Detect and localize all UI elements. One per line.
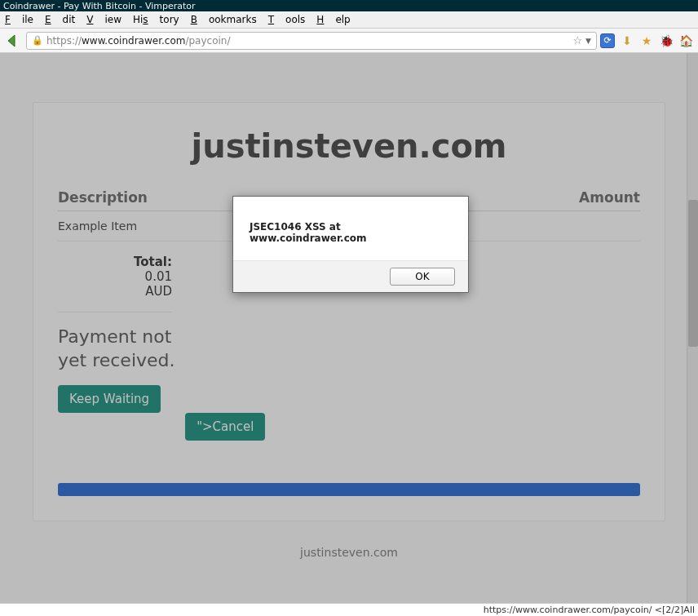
url-dropdown-icon[interactable]: ▼ — [585, 37, 591, 45]
status-text: https://www.coindrawer.com/paycoin/ <[2/… — [484, 605, 695, 615]
menu-history[interactable]: History — [133, 14, 179, 25]
menu-file[interactable]: File — [5, 14, 33, 25]
lock-icon: 🔒 — [32, 35, 43, 46]
alert-ok-button[interactable]: OK — [390, 268, 455, 286]
back-icon[interactable] — [5, 33, 21, 49]
reload-icon[interactable]: ⟳ — [600, 33, 615, 48]
url-host: www.coindrawer.com — [82, 35, 185, 47]
menu-bar: File Edit View History Bookmarks Tools H… — [0, 11, 698, 29]
viewport: justinsteven.com Description Amount Exam… — [0, 53, 698, 603]
window-title: Coindrawer - Pay With Bitcoin - Vimperat… — [3, 1, 196, 11]
menu-help[interactable]: Help — [316, 14, 350, 25]
alert-footer: OK — [233, 260, 468, 292]
star-addon-icon[interactable]: ★ — [639, 33, 654, 48]
download-icon[interactable]: ⬇ — [620, 33, 634, 48]
url-protocol: https:// — [46, 35, 82, 47]
menu-bookmarks[interactable]: Bookmarks — [191, 14, 257, 25]
toolbar: 🔒 https://www.coindrawer.com/paycoin/ ☆ … — [0, 29, 698, 53]
firebug-icon[interactable]: 🐞 — [659, 33, 674, 48]
alert-message: JSEC1046 XSS at www.coindrawer.com — [233, 197, 468, 260]
modal-overlay — [0, 53, 698, 603]
bookmark-star-icon[interactable]: ☆ — [572, 34, 582, 47]
status-bar: https://www.coindrawer.com/paycoin/ <[2/… — [0, 603, 698, 616]
menu-edit[interactable]: Edit — [45, 14, 75, 25]
home-icon[interactable]: 🏠 — [678, 33, 693, 48]
menu-view[interactable]: View — [86, 14, 121, 25]
url-bar[interactable]: 🔒 https://www.coindrawer.com/paycoin/ ☆ … — [26, 32, 597, 50]
url-path: /paycoin/ — [185, 35, 230, 47]
menu-tools[interactable]: Tools — [268, 14, 306, 25]
window-titlebar: Coindrawer - Pay With Bitcoin - Vimperat… — [0, 0, 698, 11]
alert-dialog: JSEC1046 XSS at www.coindrawer.com OK — [232, 196, 469, 293]
